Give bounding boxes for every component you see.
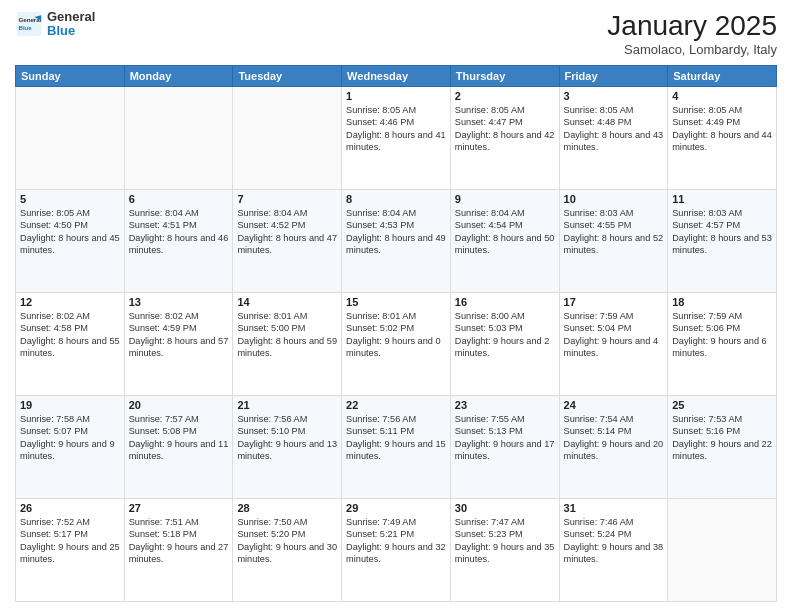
- day-cell: 30Sunrise: 7:47 AMSunset: 5:23 PMDayligh…: [450, 499, 559, 602]
- day-number: 30: [455, 502, 555, 514]
- day-number: 4: [672, 90, 772, 102]
- day-number: 28: [237, 502, 337, 514]
- day-cell: 22Sunrise: 7:56 AMSunset: 5:11 PMDayligh…: [342, 396, 451, 499]
- day-info: Sunrise: 7:51 AMSunset: 5:18 PMDaylight:…: [129, 516, 229, 566]
- day-info: Sunrise: 7:59 AMSunset: 5:04 PMDaylight:…: [564, 310, 664, 360]
- logo-blue: Blue: [47, 24, 95, 38]
- day-cell: 18Sunrise: 7:59 AMSunset: 5:06 PMDayligh…: [668, 293, 777, 396]
- day-number: 18: [672, 296, 772, 308]
- day-cell: 19Sunrise: 7:58 AMSunset: 5:07 PMDayligh…: [16, 396, 125, 499]
- day-info: Sunrise: 7:53 AMSunset: 5:16 PMDaylight:…: [672, 413, 772, 463]
- day-cell: 7Sunrise: 8:04 AMSunset: 4:52 PMDaylight…: [233, 190, 342, 293]
- day-info: Sunrise: 7:47 AMSunset: 5:23 PMDaylight:…: [455, 516, 555, 566]
- day-number: 17: [564, 296, 664, 308]
- day-number: 16: [455, 296, 555, 308]
- day-cell: 2Sunrise: 8:05 AMSunset: 4:47 PMDaylight…: [450, 87, 559, 190]
- day-info: Sunrise: 8:04 AMSunset: 4:54 PMDaylight:…: [455, 207, 555, 257]
- day-info: Sunrise: 7:58 AMSunset: 5:07 PMDaylight:…: [20, 413, 120, 463]
- weekday-header-saturday: Saturday: [668, 66, 777, 87]
- day-info: Sunrise: 8:03 AMSunset: 4:55 PMDaylight:…: [564, 207, 664, 257]
- title-area: January 2025 Samolaco, Lombardy, Italy: [607, 10, 777, 57]
- week-row-4: 26Sunrise: 7:52 AMSunset: 5:17 PMDayligh…: [16, 499, 777, 602]
- week-row-1: 5Sunrise: 8:05 AMSunset: 4:50 PMDaylight…: [16, 190, 777, 293]
- day-info: Sunrise: 8:02 AMSunset: 4:58 PMDaylight:…: [20, 310, 120, 360]
- day-number: 15: [346, 296, 446, 308]
- day-number: 21: [237, 399, 337, 411]
- day-info: Sunrise: 8:02 AMSunset: 4:59 PMDaylight:…: [129, 310, 229, 360]
- day-info: Sunrise: 8:05 AMSunset: 4:48 PMDaylight:…: [564, 104, 664, 154]
- day-info: Sunrise: 7:55 AMSunset: 5:13 PMDaylight:…: [455, 413, 555, 463]
- week-row-2: 12Sunrise: 8:02 AMSunset: 4:58 PMDayligh…: [16, 293, 777, 396]
- day-cell: 28Sunrise: 7:50 AMSunset: 5:20 PMDayligh…: [233, 499, 342, 602]
- day-number: 22: [346, 399, 446, 411]
- day-info: Sunrise: 7:56 AMSunset: 5:11 PMDaylight:…: [346, 413, 446, 463]
- week-row-3: 19Sunrise: 7:58 AMSunset: 5:07 PMDayligh…: [16, 396, 777, 499]
- day-info: Sunrise: 8:01 AMSunset: 5:02 PMDaylight:…: [346, 310, 446, 360]
- month-title: January 2025: [607, 10, 777, 42]
- weekday-header-sunday: Sunday: [16, 66, 125, 87]
- day-number: 6: [129, 193, 229, 205]
- logo-icon: General Blue: [15, 10, 43, 38]
- day-cell: [124, 87, 233, 190]
- logo-text: General Blue: [47, 10, 95, 39]
- day-number: 8: [346, 193, 446, 205]
- day-cell: 9Sunrise: 8:04 AMSunset: 4:54 PMDaylight…: [450, 190, 559, 293]
- week-row-0: 1Sunrise: 8:05 AMSunset: 4:46 PMDaylight…: [16, 87, 777, 190]
- page: General Blue General Blue January 2025 S…: [0, 0, 792, 612]
- day-cell: 3Sunrise: 8:05 AMSunset: 4:48 PMDaylight…: [559, 87, 668, 190]
- day-info: Sunrise: 7:46 AMSunset: 5:24 PMDaylight:…: [564, 516, 664, 566]
- day-number: 24: [564, 399, 664, 411]
- day-info: Sunrise: 8:00 AMSunset: 5:03 PMDaylight:…: [455, 310, 555, 360]
- day-number: 9: [455, 193, 555, 205]
- logo: General Blue General Blue: [15, 10, 95, 39]
- day-info: Sunrise: 8:03 AMSunset: 4:57 PMDaylight:…: [672, 207, 772, 257]
- day-number: 19: [20, 399, 120, 411]
- location: Samolaco, Lombardy, Italy: [607, 42, 777, 57]
- day-number: 13: [129, 296, 229, 308]
- day-info: Sunrise: 8:05 AMSunset: 4:46 PMDaylight:…: [346, 104, 446, 154]
- day-cell: 15Sunrise: 8:01 AMSunset: 5:02 PMDayligh…: [342, 293, 451, 396]
- day-cell: 12Sunrise: 8:02 AMSunset: 4:58 PMDayligh…: [16, 293, 125, 396]
- day-cell: 8Sunrise: 8:04 AMSunset: 4:53 PMDaylight…: [342, 190, 451, 293]
- svg-text:Blue: Blue: [19, 24, 33, 31]
- day-info: Sunrise: 7:57 AMSunset: 5:08 PMDaylight:…: [129, 413, 229, 463]
- day-number: 27: [129, 502, 229, 514]
- weekday-header-tuesday: Tuesday: [233, 66, 342, 87]
- day-cell: 20Sunrise: 7:57 AMSunset: 5:08 PMDayligh…: [124, 396, 233, 499]
- day-number: 14: [237, 296, 337, 308]
- day-number: 11: [672, 193, 772, 205]
- day-cell: 23Sunrise: 7:55 AMSunset: 5:13 PMDayligh…: [450, 396, 559, 499]
- day-cell: 27Sunrise: 7:51 AMSunset: 5:18 PMDayligh…: [124, 499, 233, 602]
- day-info: Sunrise: 8:05 AMSunset: 4:49 PMDaylight:…: [672, 104, 772, 154]
- day-info: Sunrise: 8:04 AMSunset: 4:52 PMDaylight:…: [237, 207, 337, 257]
- day-cell: 25Sunrise: 7:53 AMSunset: 5:16 PMDayligh…: [668, 396, 777, 499]
- header: General Blue General Blue January 2025 S…: [15, 10, 777, 57]
- day-info: Sunrise: 8:05 AMSunset: 4:50 PMDaylight:…: [20, 207, 120, 257]
- day-cell: 21Sunrise: 7:56 AMSunset: 5:10 PMDayligh…: [233, 396, 342, 499]
- day-number: 26: [20, 502, 120, 514]
- day-number: 31: [564, 502, 664, 514]
- day-info: Sunrise: 7:54 AMSunset: 5:14 PMDaylight:…: [564, 413, 664, 463]
- day-info: Sunrise: 7:50 AMSunset: 5:20 PMDaylight:…: [237, 516, 337, 566]
- calendar: SundayMondayTuesdayWednesdayThursdayFrid…: [15, 65, 777, 602]
- day-cell: [668, 499, 777, 602]
- day-number: 5: [20, 193, 120, 205]
- day-cell: 24Sunrise: 7:54 AMSunset: 5:14 PMDayligh…: [559, 396, 668, 499]
- day-cell: [16, 87, 125, 190]
- weekday-header-friday: Friday: [559, 66, 668, 87]
- day-number: 29: [346, 502, 446, 514]
- weekday-header-thursday: Thursday: [450, 66, 559, 87]
- day-cell: 1Sunrise: 8:05 AMSunset: 4:46 PMDaylight…: [342, 87, 451, 190]
- day-number: 3: [564, 90, 664, 102]
- day-cell: 5Sunrise: 8:05 AMSunset: 4:50 PMDaylight…: [16, 190, 125, 293]
- day-cell: 26Sunrise: 7:52 AMSunset: 5:17 PMDayligh…: [16, 499, 125, 602]
- day-number: 20: [129, 399, 229, 411]
- weekday-header-monday: Monday: [124, 66, 233, 87]
- day-number: 25: [672, 399, 772, 411]
- day-cell: 11Sunrise: 8:03 AMSunset: 4:57 PMDayligh…: [668, 190, 777, 293]
- day-cell: 10Sunrise: 8:03 AMSunset: 4:55 PMDayligh…: [559, 190, 668, 293]
- day-cell: 4Sunrise: 8:05 AMSunset: 4:49 PMDaylight…: [668, 87, 777, 190]
- day-info: Sunrise: 7:56 AMSunset: 5:10 PMDaylight:…: [237, 413, 337, 463]
- day-cell: 14Sunrise: 8:01 AMSunset: 5:00 PMDayligh…: [233, 293, 342, 396]
- day-cell: 16Sunrise: 8:00 AMSunset: 5:03 PMDayligh…: [450, 293, 559, 396]
